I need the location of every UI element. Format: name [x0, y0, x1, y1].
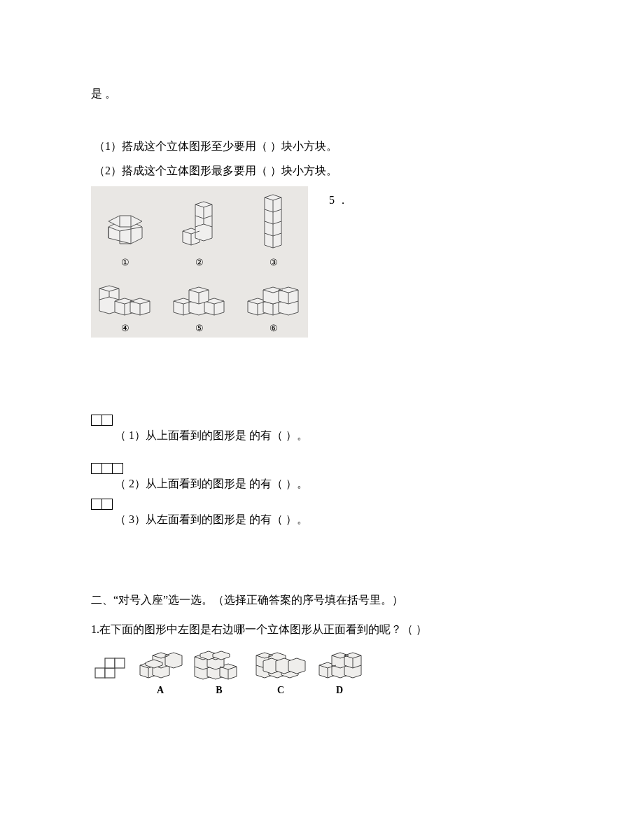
- svg-rect-40: [95, 668, 105, 678]
- view-question-1: （ 1）从上面看到的图形是 的有（ ）。: [91, 426, 553, 445]
- section-2-heading: 二、“对号入座”选一选。（选择正确答案的序号填在括号里。）: [91, 590, 553, 609]
- solids-figure-panel: ①: [91, 186, 308, 338]
- lead-in-text: 是 。: [91, 84, 553, 103]
- left-view-shape-icon: [91, 499, 112, 510]
- mc-question-1: 1.在下面的图形中左图是右边哪一个立体图形从正面看到的呢？（ ）: [91, 620, 553, 639]
- option-a-label: A: [157, 682, 164, 699]
- question-5-marker: 5 ．: [308, 186, 349, 209]
- solid-6-label: ⑥: [270, 321, 278, 336]
- view-question-3: （ 3）从左面看到的图形是 的有（ ）。: [91, 510, 553, 529]
- solid-5-label: ⑤: [195, 321, 204, 336]
- svg-marker-8: [195, 224, 212, 241]
- solid-2-label: ②: [195, 255, 204, 270]
- option-c-solid-icon: [253, 644, 308, 682]
- solid-3-label: ③: [270, 255, 278, 270]
- mc-options-row: . A: [91, 644, 553, 699]
- solid-5-icon: [169, 280, 230, 319]
- option-b-solid-icon: [192, 647, 246, 682]
- solid-3-icon: [256, 190, 291, 253]
- solid-4-icon: [95, 280, 155, 319]
- solid-4-label: ④: [121, 321, 130, 336]
- svg-marker-65: [288, 658, 305, 674]
- sub-question-1: （1）搭成这个立体图形至少要用（ ）块小方块。: [94, 137, 553, 155]
- option-a-solid-icon: [136, 647, 185, 682]
- svg-rect-42: [105, 658, 115, 668]
- sub-question-2: （2）搭成这个立体图形最多要用（ ）块小方块。: [94, 161, 553, 180]
- solid-6-icon: [244, 280, 304, 319]
- option-c-label: C: [277, 682, 284, 699]
- view-question-2: （ 2）从上面看到的图形是 的有（ ）。: [91, 474, 553, 493]
- solid-1-icon: [102, 206, 149, 253]
- option-b-label: B: [216, 682, 222, 699]
- svg-marker-47: [165, 653, 182, 668]
- option-d-solid-icon: [315, 646, 364, 682]
- front-view-reference-icon: [91, 653, 129, 682]
- solid-1-label: ①: [121, 255, 130, 270]
- svg-rect-41: [105, 668, 115, 678]
- solid-2-icon: [176, 199, 223, 253]
- option-d-label: D: [336, 682, 343, 699]
- top-view-shape-1-icon: [91, 415, 112, 426]
- top-view-shape-2-icon: [91, 463, 122, 474]
- svg-rect-43: [115, 658, 125, 668]
